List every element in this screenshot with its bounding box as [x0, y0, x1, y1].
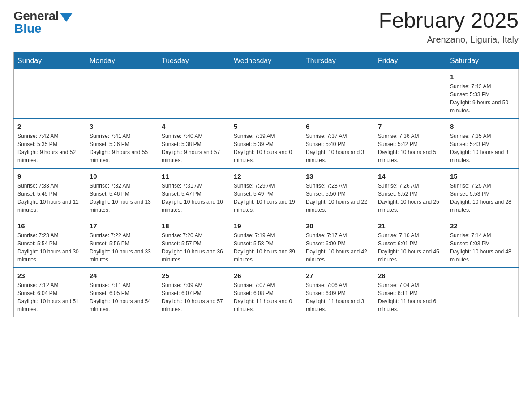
calendar-cell: 16Sunrise: 7:23 AMSunset: 5:54 PMDayligh…	[14, 218, 86, 268]
day-info: Sunrise: 7:31 AMSunset: 5:47 PMDaylight:…	[162, 182, 226, 214]
logo-arrow-icon	[60, 13, 73, 22]
calendar-week-row: 9Sunrise: 7:33 AMSunset: 5:45 PMDaylight…	[14, 168, 519, 218]
day-number: 8	[450, 123, 515, 130]
day-number: 24	[90, 272, 154, 279]
calendar-cell: 24Sunrise: 7:11 AMSunset: 6:05 PMDayligh…	[86, 268, 158, 317]
day-info: Sunrise: 7:17 AMSunset: 6:00 PMDaylight:…	[306, 231, 370, 264]
page-header: General Blue February 2025 Arenzano, Lig…	[13, 9, 519, 45]
day-number: 7	[378, 123, 442, 130]
day-info: Sunrise: 7:07 AMSunset: 6:08 PMDaylight:…	[234, 281, 298, 313]
day-info: Sunrise: 7:22 AMSunset: 5:56 PMDaylight:…	[90, 231, 154, 264]
day-number: 17	[90, 222, 154, 230]
calendar-cell	[302, 69, 374, 119]
day-info: Sunrise: 7:14 AMSunset: 6:03 PMDaylight:…	[450, 231, 515, 264]
day-number: 1	[450, 73, 515, 81]
day-number: 4	[162, 123, 226, 130]
calendar-cell: 5Sunrise: 7:39 AMSunset: 5:39 PMDaylight…	[230, 119, 302, 168]
day-info: Sunrise: 7:42 AMSunset: 5:35 PMDaylight:…	[17, 132, 82, 164]
calendar-week-row: 16Sunrise: 7:23 AMSunset: 5:54 PMDayligh…	[14, 218, 519, 268]
calendar-header-row: SundayMondayTuesdayWednesdayThursdayFrid…	[14, 52, 519, 69]
day-info: Sunrise: 7:20 AMSunset: 5:57 PMDaylight:…	[162, 231, 226, 264]
calendar-week-row: 23Sunrise: 7:12 AMSunset: 6:04 PMDayligh…	[14, 268, 519, 317]
day-info: Sunrise: 7:06 AMSunset: 6:09 PMDaylight:…	[306, 281, 370, 313]
day-info: Sunrise: 7:26 AMSunset: 5:52 PMDaylight:…	[378, 182, 442, 214]
day-number: 26	[234, 272, 298, 279]
location-subtitle: Arenzano, Liguria, Italy	[379, 34, 519, 45]
calendar-cell: 13Sunrise: 7:28 AMSunset: 5:50 PMDayligh…	[302, 168, 374, 218]
day-number: 22	[450, 222, 515, 230]
calendar-cell: 7Sunrise: 7:36 AMSunset: 5:42 PMDaylight…	[374, 119, 446, 168]
day-number: 21	[378, 222, 442, 230]
day-number: 15	[450, 172, 515, 180]
calendar-cell: 17Sunrise: 7:22 AMSunset: 5:56 PMDayligh…	[86, 218, 158, 268]
day-info: Sunrise: 7:25 AMSunset: 5:53 PMDaylight:…	[450, 182, 515, 214]
day-number: 3	[90, 123, 154, 130]
day-number: 12	[234, 172, 298, 180]
logo: General Blue	[13, 9, 73, 36]
day-number: 23	[17, 272, 82, 279]
day-number: 11	[162, 172, 226, 180]
day-info: Sunrise: 7:12 AMSunset: 6:04 PMDaylight:…	[17, 281, 82, 313]
calendar-cell: 23Sunrise: 7:12 AMSunset: 6:04 PMDayligh…	[14, 268, 86, 317]
day-info: Sunrise: 7:11 AMSunset: 6:05 PMDaylight:…	[90, 281, 154, 313]
calendar-cell: 20Sunrise: 7:17 AMSunset: 6:00 PMDayligh…	[302, 218, 374, 268]
day-info: Sunrise: 7:39 AMSunset: 5:39 PMDaylight:…	[234, 132, 298, 164]
calendar-week-row: 1Sunrise: 7:43 AMSunset: 5:33 PMDaylight…	[14, 69, 519, 119]
calendar-cell: 19Sunrise: 7:19 AMSunset: 5:58 PMDayligh…	[230, 218, 302, 268]
day-number: 28	[378, 272, 442, 279]
calendar-cell: 12Sunrise: 7:29 AMSunset: 5:49 PMDayligh…	[230, 168, 302, 218]
day-number: 10	[90, 172, 154, 180]
calendar-cell: 8Sunrise: 7:35 AMSunset: 5:43 PMDaylight…	[446, 119, 519, 168]
day-number: 27	[306, 272, 370, 279]
calendar-cell: 18Sunrise: 7:20 AMSunset: 5:57 PMDayligh…	[158, 218, 230, 268]
day-number: 20	[306, 222, 370, 230]
month-title: February 2025	[379, 9, 519, 33]
day-number: 16	[17, 222, 82, 230]
calendar-cell	[446, 268, 519, 317]
day-info: Sunrise: 7:23 AMSunset: 5:54 PMDaylight:…	[17, 231, 82, 264]
calendar-cell: 25Sunrise: 7:09 AMSunset: 6:07 PMDayligh…	[158, 268, 230, 317]
calendar-cell	[374, 69, 446, 119]
calendar-cell: 22Sunrise: 7:14 AMSunset: 6:03 PMDayligh…	[446, 218, 519, 268]
day-info: Sunrise: 7:40 AMSunset: 5:38 PMDaylight:…	[162, 132, 226, 164]
calendar-cell: 14Sunrise: 7:26 AMSunset: 5:52 PMDayligh…	[374, 168, 446, 218]
day-info: Sunrise: 7:29 AMSunset: 5:49 PMDaylight:…	[234, 182, 298, 214]
calendar-cell: 15Sunrise: 7:25 AMSunset: 5:53 PMDayligh…	[446, 168, 519, 218]
calendar-cell: 6Sunrise: 7:37 AMSunset: 5:40 PMDaylight…	[302, 119, 374, 168]
day-of-week-header: Sunday	[14, 52, 86, 69]
day-of-week-header: Tuesday	[158, 52, 230, 69]
day-number: 5	[234, 123, 298, 130]
day-info: Sunrise: 7:16 AMSunset: 6:01 PMDaylight:…	[378, 231, 442, 264]
day-number: 25	[162, 272, 226, 279]
calendar-cell	[230, 69, 302, 119]
day-number: 6	[306, 123, 370, 130]
calendar-cell: 9Sunrise: 7:33 AMSunset: 5:45 PMDaylight…	[14, 168, 86, 218]
day-info: Sunrise: 7:36 AMSunset: 5:42 PMDaylight:…	[378, 132, 442, 164]
day-number: 9	[17, 172, 82, 180]
day-of-week-header: Thursday	[302, 52, 374, 69]
day-info: Sunrise: 7:28 AMSunset: 5:50 PMDaylight:…	[306, 182, 370, 214]
day-info: Sunrise: 7:37 AMSunset: 5:40 PMDaylight:…	[306, 132, 370, 164]
calendar-cell: 21Sunrise: 7:16 AMSunset: 6:01 PMDayligh…	[374, 218, 446, 268]
calendar-cell: 26Sunrise: 7:07 AMSunset: 6:08 PMDayligh…	[230, 268, 302, 317]
day-info: Sunrise: 7:09 AMSunset: 6:07 PMDaylight:…	[162, 281, 226, 313]
logo-blue-text: Blue	[14, 21, 42, 36]
calendar-cell: 1Sunrise: 7:43 AMSunset: 5:33 PMDaylight…	[446, 69, 519, 119]
calendar-cell: 28Sunrise: 7:04 AMSunset: 6:11 PMDayligh…	[374, 268, 446, 317]
day-number: 2	[17, 123, 82, 130]
calendar-cell: 27Sunrise: 7:06 AMSunset: 6:09 PMDayligh…	[302, 268, 374, 317]
title-area: February 2025 Arenzano, Liguria, Italy	[379, 9, 519, 45]
day-info: Sunrise: 7:33 AMSunset: 5:45 PMDaylight:…	[17, 182, 82, 214]
day-number: 18	[162, 222, 226, 230]
calendar-cell: 2Sunrise: 7:42 AMSunset: 5:35 PMDaylight…	[14, 119, 86, 168]
day-info: Sunrise: 7:19 AMSunset: 5:58 PMDaylight:…	[234, 231, 298, 264]
day-info: Sunrise: 7:41 AMSunset: 5:36 PMDaylight:…	[90, 132, 154, 164]
calendar-week-row: 2Sunrise: 7:42 AMSunset: 5:35 PMDaylight…	[14, 119, 519, 168]
day-of-week-header: Saturday	[446, 52, 519, 69]
day-info: Sunrise: 7:32 AMSunset: 5:46 PMDaylight:…	[90, 182, 154, 214]
calendar-table: SundayMondayTuesdayWednesdayThursdayFrid…	[13, 52, 519, 317]
day-number: 19	[234, 222, 298, 230]
calendar-cell: 11Sunrise: 7:31 AMSunset: 5:47 PMDayligh…	[158, 168, 230, 218]
day-number: 13	[306, 172, 370, 180]
calendar-cell	[158, 69, 230, 119]
